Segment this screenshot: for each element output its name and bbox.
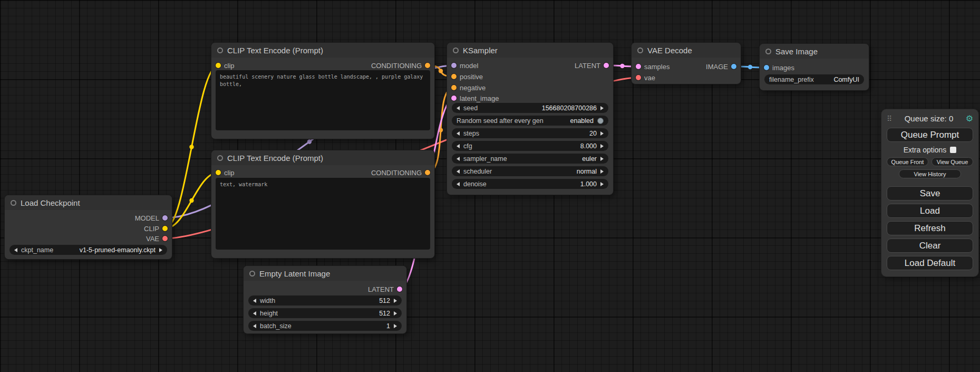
output-slot-latent[interactable]: LATENT <box>575 61 609 70</box>
widget-scheduler[interactable]: scheduler normal <box>452 166 608 176</box>
prompt-textarea[interactable]: text, watermark <box>216 178 430 250</box>
prompt-textarea[interactable]: beautiful scenery nature glass bottle la… <box>216 70 430 130</box>
output-dot-conditioning-icon[interactable] <box>425 170 430 175</box>
decrement-arrow-icon[interactable] <box>253 311 256 316</box>
node-titlebar[interactable]: Save Image <box>760 44 869 59</box>
decrement-arrow-icon[interactable] <box>14 248 17 252</box>
output-slot-clip[interactable]: CLIP <box>144 224 168 233</box>
widget-width[interactable]: width 512 <box>248 295 402 306</box>
collapse-dot-icon[interactable] <box>217 47 223 53</box>
input-dot-clip-icon[interactable] <box>216 63 221 68</box>
view-queue-button[interactable]: View Queue <box>932 157 973 166</box>
increment-arrow-icon[interactable] <box>394 324 397 328</box>
input-dot-conditioning-icon[interactable] <box>451 74 457 79</box>
node-vae-decode[interactable]: VAE Decode samples vae IMAGE <box>632 43 741 84</box>
queue-prompt-button[interactable]: Queue Prompt <box>887 128 973 142</box>
output-slot-image[interactable]: IMAGE <box>706 62 736 71</box>
decrement-arrow-icon[interactable] <box>457 169 460 174</box>
input-slot-vae[interactable]: vae <box>636 73 655 82</box>
collapse-dot-icon[interactable] <box>453 47 459 53</box>
output-dot-conditioning-icon[interactable] <box>425 63 430 68</box>
output-dot-latent-icon[interactable] <box>397 287 402 292</box>
clear-button[interactable]: Clear <box>887 239 973 253</box>
node-titlebar[interactable]: Load Checkpoint <box>5 195 172 210</box>
extra-options-checkbox[interactable] <box>950 147 956 153</box>
load-button[interactable]: Load <box>887 204 973 218</box>
drag-handle-icon[interactable]: ⠿ <box>887 115 892 123</box>
output-slot-vae[interactable]: VAE <box>146 234 168 243</box>
input-dot-model-icon[interactable] <box>451 63 457 68</box>
input-slot-negative[interactable]: negative <box>451 83 486 92</box>
decrement-arrow-icon[interactable] <box>457 106 460 110</box>
node-titlebar[interactable]: Empty Latent Image <box>244 266 406 281</box>
input-slot-samples[interactable]: samples <box>636 62 669 71</box>
node-save-image[interactable]: Save Image images filename_prefix ComfyU… <box>760 44 869 90</box>
node-titlebar[interactable]: CLIP Text Encode (Prompt) <box>211 150 434 165</box>
input-slot-model[interactable]: model <box>451 61 478 70</box>
widget-height[interactable]: height 512 <box>248 308 402 318</box>
increment-arrow-icon[interactable] <box>600 106 604 110</box>
output-dot-image-icon[interactable] <box>731 64 736 69</box>
decrement-arrow-icon[interactable] <box>457 144 460 148</box>
output-slot-conditioning[interactable]: CONDITIONING <box>371 168 430 177</box>
input-slot-positive[interactable]: positive <box>451 72 483 81</box>
increment-arrow-icon[interactable] <box>394 311 397 316</box>
decrement-arrow-icon[interactable] <box>457 182 460 186</box>
node-titlebar[interactable]: KSampler <box>447 43 613 58</box>
collapse-dot-icon[interactable] <box>249 271 255 276</box>
toggle-knob-icon[interactable] <box>597 118 604 124</box>
node-clip-text-encode-negative[interactable]: CLIP Text Encode (Prompt) clip CONDITION… <box>211 150 434 258</box>
widget-denoise[interactable]: denoise 1.000 <box>452 179 608 189</box>
output-slot-latent[interactable]: LATENT <box>368 284 402 294</box>
widget-cfg[interactable]: cfg 8.000 <box>452 141 608 151</box>
increment-arrow-icon[interactable] <box>600 144 604 148</box>
decrement-arrow-icon[interactable] <box>457 131 460 136</box>
increment-arrow-icon[interactable] <box>600 182 604 186</box>
input-dot-latent-icon[interactable] <box>451 96 457 101</box>
increment-arrow-icon[interactable] <box>600 131 604 136</box>
input-slot-clip[interactable]: clip <box>216 61 235 70</box>
node-titlebar[interactable]: VAE Decode <box>632 43 741 58</box>
collapse-dot-icon[interactable] <box>11 200 16 206</box>
input-dot-image-icon[interactable] <box>764 65 769 70</box>
output-dot-clip-icon[interactable] <box>162 226 168 231</box>
output-dot-vae-icon[interactable] <box>162 236 168 241</box>
node-clip-text-encode-positive[interactable]: CLIP Text Encode (Prompt) clip CONDITION… <box>211 43 434 139</box>
input-dot-latent-icon[interactable] <box>636 64 641 69</box>
input-slot-images[interactable]: images <box>764 63 794 72</box>
increment-arrow-icon[interactable] <box>394 299 397 303</box>
decrement-arrow-icon[interactable] <box>253 324 256 328</box>
increment-arrow-icon[interactable] <box>600 157 604 161</box>
load-default-button[interactable]: Load Default <box>887 256 973 270</box>
collapse-dot-icon[interactable] <box>217 155 223 161</box>
input-slot-latent-image[interactable]: latent_image <box>451 93 499 103</box>
widget-filename-prefix[interactable]: filename_prefix ComfyUI <box>764 74 864 84</box>
refresh-button[interactable]: Refresh <box>887 221 973 235</box>
input-dot-conditioning-icon[interactable] <box>451 85 457 90</box>
node-load-checkpoint[interactable]: Load Checkpoint MODEL CLIP VAE ckpt_name… <box>5 195 172 259</box>
widget-ckpt-name[interactable]: ckpt_name v1-5-pruned-emaonly.ckpt <box>9 245 167 255</box>
increment-arrow-icon[interactable] <box>159 248 162 252</box>
widget-seed[interactable]: seed 156680208700286 <box>452 103 608 113</box>
output-slot-conditioning[interactable]: CONDITIONING <box>371 61 430 70</box>
collapse-dot-icon[interactable] <box>765 49 771 54</box>
output-dot-model-icon[interactable] <box>162 215 168 221</box>
decrement-arrow-icon[interactable] <box>457 157 460 161</box>
widget-steps[interactable]: steps 20 <box>452 128 608 138</box>
widget-batch-size[interactable]: batch_size 1 <box>248 321 402 331</box>
node-canvas[interactable]: { "colors": { "model": "#B39DDB", "clip"… <box>0 0 980 372</box>
input-slot-clip[interactable]: clip <box>216 168 235 177</box>
node-empty-latent-image[interactable]: Empty Latent Image LATENT width 512 heig… <box>244 266 406 333</box>
node-titlebar[interactable]: CLIP Text Encode (Prompt) <box>211 43 434 58</box>
input-dot-clip-icon[interactable] <box>216 170 221 175</box>
save-button[interactable]: Save <box>887 186 973 201</box>
widget-sampler-name[interactable]: sampler_name euler <box>452 154 608 164</box>
decrement-arrow-icon[interactable] <box>253 299 256 303</box>
node-ksampler[interactable]: KSampler model positive negative latent_… <box>447 43 613 195</box>
increment-arrow-icon[interactable] <box>600 169 604 174</box>
view-history-button[interactable]: View History <box>899 169 961 178</box>
settings-gear-icon[interactable]: ⚙ <box>966 113 973 123</box>
input-dot-vae-icon[interactable] <box>636 75 641 80</box>
widget-random-seed-toggle[interactable]: Random seed after every gen enabled <box>452 116 608 126</box>
output-slot-model[interactable]: MODEL <box>135 213 168 223</box>
